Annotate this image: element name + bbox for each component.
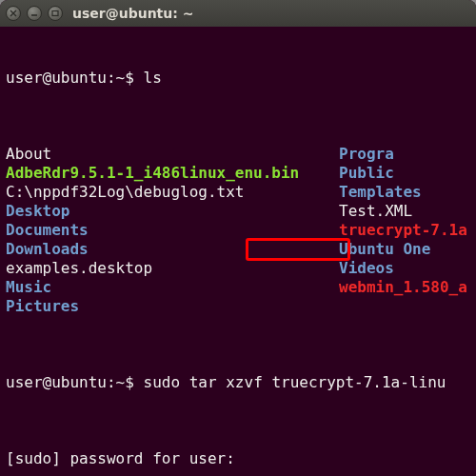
ls-entry: Videos bbox=[339, 259, 467, 278]
sudo-prompt: [sudo] password for user: bbox=[6, 449, 470, 468]
ls-col1: AboutAdbeRdr9.5.1-1_i486linux_enu.binC:\… bbox=[6, 145, 339, 316]
ls-entry: Templates bbox=[339, 183, 467, 202]
ls-entry: Test.XML bbox=[339, 202, 467, 221]
svg-rect-0 bbox=[52, 11, 58, 16]
ls-entry: About bbox=[6, 145, 339, 164]
terminal-body[interactable]: user@ubuntu:~$ ls AboutAdbeRdr9.5.1-1_i4… bbox=[0, 27, 476, 476]
terminal-window: user@ubuntu: ~ user@ubuntu:~$ ls AboutAd… bbox=[0, 0, 476, 476]
ls-entry: C:\nppdf32Log\debuglog.txt bbox=[6, 183, 339, 202]
ls-entry: examples.desktop bbox=[6, 259, 339, 278]
ls-col2: PrograPublicTemplatesTest.XMLtruecrypt-7… bbox=[339, 145, 467, 316]
minimize-icon[interactable] bbox=[27, 6, 42, 21]
prompt-userhost: user@ubuntu bbox=[6, 69, 107, 87]
prompt-cmd: sudo tar xzvf truecrypt-7.1a-linu bbox=[144, 373, 446, 391]
ls-entry: AdbeRdr9.5.1-1_i486linux_enu.bin bbox=[6, 164, 339, 183]
titlebar: user@ubuntu: ~ bbox=[0, 0, 476, 27]
ls-entry: Progra bbox=[339, 145, 467, 164]
window-title: user@ubuntu: ~ bbox=[72, 6, 193, 21]
ls-entry: Downloads bbox=[6, 240, 339, 259]
prompt-symbol: $ bbox=[125, 373, 134, 391]
prompt-path: ~ bbox=[116, 373, 126, 391]
ls-entry: Music bbox=[6, 278, 339, 297]
prompt-line: user@ubuntu:~$ sudo tar xzvf truecrypt-7… bbox=[6, 373, 470, 392]
ls-entry: Desktop bbox=[6, 202, 339, 221]
prompt-path: ~ bbox=[116, 69, 126, 87]
maximize-icon[interactable] bbox=[48, 6, 63, 21]
ls-entry: webmin_1.580_a bbox=[339, 278, 467, 297]
ls-entry: truecrypt-7.1a bbox=[339, 221, 467, 240]
ls-entry: Pictures bbox=[6, 297, 339, 316]
ls-entry: Documents bbox=[6, 221, 339, 240]
prompt-userhost: user@ubuntu bbox=[6, 373, 107, 391]
prompt-line: user@ubuntu:~$ ls bbox=[6, 69, 470, 88]
prompt-cmd: ls bbox=[144, 69, 162, 87]
ls-entry: Public bbox=[339, 164, 467, 183]
ls-entry: Ubuntu One bbox=[339, 240, 467, 259]
close-icon[interactable] bbox=[6, 6, 21, 21]
prompt-symbol: $ bbox=[125, 69, 134, 87]
ls-output: AboutAdbeRdr9.5.1-1_i486linux_enu.binC:\… bbox=[6, 145, 470, 316]
